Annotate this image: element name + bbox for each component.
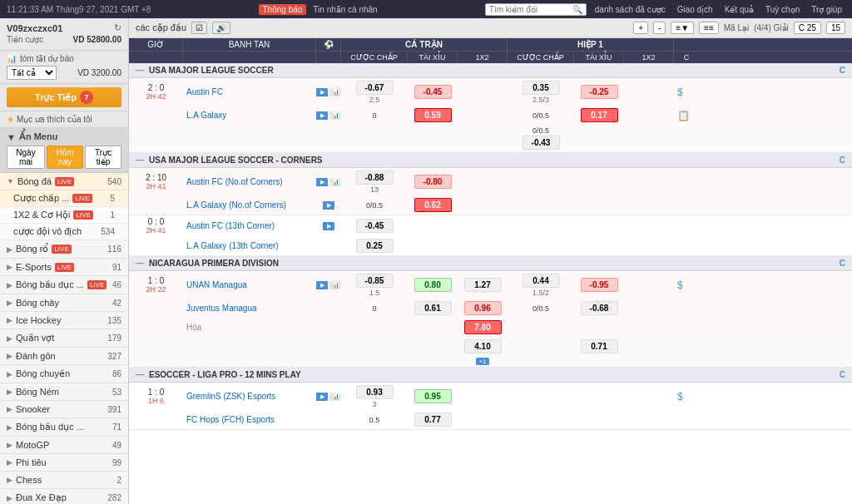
odds-top-corners1[interactable]: -0.80 <box>414 175 452 189</box>
hc-btn-corners1[interactable]: -0.88 <box>356 170 394 185</box>
sort-btn[interactable]: ≡▼ <box>671 22 694 34</box>
video-icon-c1b[interactable]: ▶ <box>323 201 334 210</box>
bookmark-gremlins[interactable]: $ <box>674 391 686 403</box>
s-count[interactable]: 15 <box>826 22 845 34</box>
nav-bet-list[interactable]: danh sách đã cược <box>592 3 669 16</box>
refresh-button[interactable]: ↻ <box>114 22 121 33</box>
video-icon-gr[interactable]: ▶ <box>316 393 328 401</box>
notification-badge[interactable]: Thông báo <box>259 4 307 15</box>
team-corners1-2[interactable]: L.A Galaxy (No.of Corners) <box>183 200 316 210</box>
video-icon[interactable]: ▶ <box>316 88 328 96</box>
sport-item-rugby[interactable]: ▶ Bóng bầu dục ... 71 <box>0 418 128 437</box>
odds-bot-corners1[interactable]: 0.62 <box>414 198 452 212</box>
search-icon[interactable]: 🔍 <box>572 5 582 14</box>
nav-options[interactable]: Tuỳ chọn <box>762 3 803 16</box>
sport-item-motogp[interactable]: ▶ MotoGP 49 <box>0 437 128 454</box>
chevron-right-icon-darts: ▶ <box>7 458 12 467</box>
team-name-austin[interactable]: Austin FC <box>183 87 316 96</box>
th-banh-tan: BANH TAN <box>183 38 316 51</box>
search-input[interactable] <box>489 5 572 14</box>
video-icon-c1[interactable]: ▶ <box>316 178 328 186</box>
odds2-bot-juv[interactable]: -0.68 <box>581 301 618 315</box>
team-name-galaxy[interactable]: L.A Galaxy <box>183 111 316 120</box>
ou-val-c1b: 0/0.5 <box>341 201 408 210</box>
1x2-4th-btn[interactable]: 4.10 <box>464 339 502 353</box>
sport-item-chess[interactable]: ▶ Chess 2 <box>0 472 128 489</box>
stat-icon-unan[interactable]: 📊 <box>329 281 341 289</box>
odds1-top-austin[interactable]: -0.45 <box>414 85 452 99</box>
sport-item-football[interactable]: ▼ Bóng đá LIVE 540 <box>0 173 128 190</box>
remove-btn[interactable]: - <box>653 22 666 34</box>
video-icon-g[interactable]: ▶ <box>316 111 328 120</box>
sport-subitem-cuoc-chap[interactable]: Cược chấp ... LIVE 5 <box>0 190 128 207</box>
team-corners2-1[interactable]: Austin FC (13th Corner) <box>183 221 316 230</box>
checkbox-icon[interactable]: ☑ <box>191 22 207 34</box>
sport-item-basketball[interactable]: ▶ Bóng rổ LIVE 116 <box>0 240 128 259</box>
stats-icon[interactable]: 📊 <box>329 88 341 96</box>
odds-unan-top: 0.80 <box>408 277 458 293</box>
1x2-top-unan[interactable]: 1.27 <box>464 278 502 292</box>
odds-bot-juventus[interactable]: 0.61 <box>414 301 452 315</box>
odds2-top-austin[interactable]: -0.25 <box>581 85 618 99</box>
tab-today[interactable]: Hôm nay <box>47 146 83 169</box>
team-gremlins[interactable]: GremlinS (ZSK) Esports <box>183 392 316 401</box>
odds-btn-handicap2-austin[interactable]: 0.35 <box>523 81 560 95</box>
stats-icon-g[interactable]: 📊 <box>329 111 341 120</box>
stat-icon-c1[interactable]: 📊 <box>329 178 341 186</box>
nav-transaction[interactable]: Giao dịch <box>674 3 716 16</box>
odds2-bot-galaxy[interactable]: 0.17 <box>581 108 618 122</box>
search-box[interactable]: 🔍 <box>485 3 587 16</box>
odds-bot-corners2[interactable]: 0.25 <box>356 239 394 253</box>
list-btn[interactable]: ≡≡ <box>699 22 719 34</box>
c-count[interactable]: C 25 <box>794 22 821 34</box>
sport-item-rugbylive[interactable]: ▶ Bóng bầu dục ... LIVE 46 <box>0 276 128 294</box>
bookmark-unan[interactable]: $ <box>674 279 686 291</box>
team-unan[interactable]: UNAN Managua <box>183 280 316 289</box>
1x2-bot-juv[interactable]: 0.96 <box>464 301 502 315</box>
sport-item-golf[interactable]: ▶ Đánh gôn 327 <box>0 348 128 365</box>
hc2-btn-unan[interactable]: 0.44 <box>523 274 560 288</box>
video-icon-unan[interactable]: ▶ <box>316 281 328 289</box>
hc-btn-gremlins[interactable]: 0.93 <box>356 385 394 399</box>
sport-item-handball[interactable]: ▶ Bóng Ném 53 <box>0 383 128 401</box>
video-icon-c2[interactable]: ▶ <box>323 222 334 230</box>
sport-item-darts[interactable]: ▶ Phi tiêu 99 <box>0 454 128 472</box>
hc-btn-corners2[interactable]: -0.45 <box>356 219 394 233</box>
nav-help[interactable]: Trợ giúp <box>808 3 845 16</box>
odds1-bot-galaxy[interactable]: 0.59 <box>414 108 452 122</box>
odds-bot-hops[interactable]: 0.77 <box>414 413 452 427</box>
odds-top-gremlins[interactable]: 0.95 <box>414 389 452 403</box>
team-corners2-2[interactable]: L.A Galaxy (13th Corner) <box>183 241 316 250</box>
summary-select[interactable]: Tất cả <box>7 66 57 80</box>
bookmark-austin[interactable]: $ <box>674 86 686 98</box>
team-juventus[interactable]: Juventus Managua <box>183 304 316 313</box>
sport-subitem-1x2[interactable]: 1X2 & Cơ Hội LIVE 1 <box>0 207 128 224</box>
tab-live[interactable]: Trực tiếp <box>85 146 121 169</box>
nav-results[interactable]: Kết quả <box>721 3 757 16</box>
live-button[interactable]: Trực Tiếp 7 <box>7 87 121 107</box>
odds-top-unan[interactable]: 0.80 <box>414 278 452 292</box>
team-fchops[interactable]: FC Hops (FCH) Esports <box>183 415 316 424</box>
sport-item-baseball[interactable]: ▶ Bóng chày 42 <box>0 294 128 312</box>
hc-btn-unan[interactable]: -0.85 <box>356 274 394 288</box>
team-corners1-1[interactable]: Austin FC (No.of Corners) <box>183 177 316 186</box>
sport-item-icehockey[interactable]: ▶ Ice Hockey 135 <box>0 312 128 329</box>
sport-item-volleyball[interactable]: ▶ Bóng chuyền 86 <box>0 365 128 383</box>
sound-icon[interactable]: 🔊 <box>212 22 230 34</box>
sport-item-cycling[interactable]: ▶ Đua Xe Đạp 282 <box>0 489 128 504</box>
add-btn[interactable]: + <box>633 22 648 34</box>
bookmark-galaxy[interactable]: 📋 <box>674 110 693 121</box>
plus-badge[interactable]: +1 <box>476 358 488 365</box>
ou2-bot-4th[interactable]: 0.71 <box>581 339 618 353</box>
sport-item-snooker[interactable]: ▶ Snooker 391 <box>0 401 128 418</box>
tab-tomorrow[interactable]: Ngày mai <box>7 146 45 169</box>
sport-item-esports[interactable]: ▶ E-Sports LIVE 91 <box>0 259 128 276</box>
league-c-icon: C <box>840 66 845 75</box>
1x2-draw-btn[interactable]: 7.80 <box>464 320 502 334</box>
sport-subitem-vodich[interactable]: cược đội vô địch 534 <box>0 224 128 240</box>
stat-icon-gr[interactable]: 📊 <box>329 393 341 401</box>
odds2-top-unan[interactable]: -0.95 <box>581 278 618 292</box>
odds-btn-handicap-austin[interactable]: -0.67 <box>356 81 394 95</box>
odds-ou-top[interactable]: -0.43 <box>523 136 560 150</box>
sport-item-tennis[interactable]: ▶ Quần vợt 179 <box>0 329 128 348</box>
